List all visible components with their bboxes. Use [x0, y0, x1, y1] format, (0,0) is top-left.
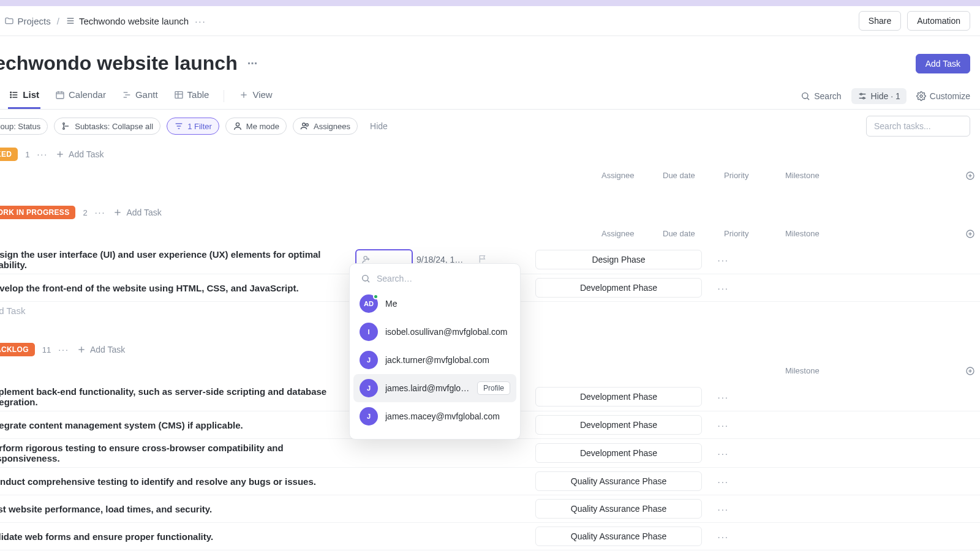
- milestone-cell[interactable]: Development Phase: [535, 387, 709, 407]
- task-row[interactable]: Test website performance, load times, an…: [0, 495, 980, 522]
- col-milestone[interactable]: Milestone: [782, 171, 956, 182]
- group-count: 2: [83, 208, 87, 217]
- breadcrumb-separator: /: [57, 16, 59, 26]
- tab-list[interactable]: List: [8, 83, 40, 109]
- profile-button[interactable]: Profile: [477, 381, 510, 395]
- task-title[interactable]: Implement back-end functionality, such a…: [0, 386, 352, 407]
- group-more-icon[interactable]: ···: [37, 149, 48, 159]
- inline-add-task[interactable]: Add Task: [0, 305, 352, 316]
- breadcrumb-current[interactable]: Techwondo website launch: [66, 16, 189, 26]
- milestone-pill[interactable]: Quality Assurance Phase: [535, 499, 702, 519]
- customize-tool[interactable]: Customize: [916, 91, 970, 101]
- assignee-option-me[interactable]: AD Me: [353, 290, 516, 318]
- tab-add-view[interactable]: View: [238, 83, 273, 109]
- milestone-cell[interactable]: Quality Assurance Phase: [535, 527, 709, 546]
- chip-filter[interactable]: 1 Filter: [167, 118, 219, 135]
- add-column-button[interactable]: [962, 229, 980, 241]
- group-add-task[interactable]: Add Task: [113, 208, 161, 217]
- task-title[interactable]: Perform rigorous testing to ensure cross…: [0, 443, 352, 463]
- row-more-icon[interactable]: ···: [709, 531, 734, 542]
- milestone-pill[interactable]: Development Phase: [535, 443, 702, 463]
- search-tasks-input[interactable]: [866, 116, 970, 137]
- task-title[interactable]: Develop the front-end of the website usi…: [0, 283, 352, 293]
- col-assignee[interactable]: Assignee: [598, 171, 659, 182]
- task-title[interactable]: Integrate content management system (CMS…: [0, 420, 352, 430]
- group-header-blocked: CKED 1 ··· Add Task: [0, 143, 980, 166]
- chip-group[interactable]: Group: Status: [0, 118, 48, 135]
- milestone-cell[interactable]: Development Phase: [535, 443, 709, 463]
- tab-calendar[interactable]: Calendar: [54, 83, 107, 109]
- column-headers: Milestone: [221, 361, 980, 383]
- milestone-pill[interactable]: Development Phase: [535, 415, 702, 435]
- milestone-pill[interactable]: Development Phase: [535, 278, 702, 298]
- group-count: 11: [42, 345, 51, 354]
- milestone-cell[interactable]: Quality Assurance Phase: [535, 471, 709, 491]
- breadcrumb-projects[interactable]: Projects: [4, 16, 51, 26]
- task-row[interactable]: Conduct comprehensive testing to identif…: [0, 467, 980, 495]
- milestone-cell[interactable]: Design Phase: [535, 250, 709, 269]
- col-priority[interactable]: Priority: [720, 229, 782, 241]
- task-row[interactable]: Validate web forms and ensure proper fun…: [0, 522, 980, 550]
- row-more-icon[interactable]: ···: [709, 283, 734, 293]
- status-badge[interactable]: CKED: [0, 148, 18, 161]
- col-due-date[interactable]: Due date: [659, 171, 720, 182]
- assignee-option[interactable]: Jjames.macey@mvfglobal.com: [353, 402, 516, 430]
- task-title[interactable]: Design the user interface (UI) and user …: [0, 249, 352, 270]
- row-more-icon[interactable]: ···: [709, 504, 734, 514]
- task-row[interactable]: Perform rigorous testing to ensure cross…: [0, 438, 980, 467]
- breadcrumb-more-icon[interactable]: ···: [195, 16, 206, 26]
- search-tool[interactable]: Search: [801, 91, 841, 101]
- add-column-button[interactable]: [962, 366, 980, 378]
- add-column-button[interactable]: [962, 171, 980, 182]
- milestone-cell[interactable]: Development Phase: [535, 278, 709, 298]
- add-task-button[interactable]: Add Task: [916, 54, 970, 73]
- milestone-cell[interactable]: Quality Assurance Phase: [535, 499, 709, 519]
- assignee-option[interactable]: Jjack.turner@mvfglobal.com: [353, 346, 516, 374]
- row-more-icon[interactable]: ···: [709, 255, 734, 265]
- page-title-more-icon[interactable]: ···: [247, 56, 258, 70]
- row-more-icon[interactable]: ···: [709, 448, 734, 459]
- plus-circle-icon: [965, 229, 975, 239]
- hide-tool[interactable]: Hide · 1: [851, 88, 907, 104]
- col-assignee[interactable]: Assignee: [598, 229, 659, 241]
- task-title[interactable]: Validate web forms and ensure proper fun…: [0, 531, 352, 542]
- plus-icon: [55, 149, 65, 159]
- svg-point-21: [802, 93, 808, 99]
- task-title[interactable]: Conduct comprehensive testing to identif…: [0, 476, 352, 487]
- status-badge[interactable]: BACKLOG: [0, 343, 35, 356]
- milestone-pill[interactable]: Development Phase: [535, 387, 702, 407]
- tab-table[interactable]: Table: [173, 83, 211, 109]
- col-due-date[interactable]: Due date: [659, 229, 720, 241]
- group-add-task[interactable]: Add Task: [77, 345, 125, 354]
- assignee-picker-popup[interactable]: AD Me Iisobel.osullivan@mvfglobal.comJja…: [349, 263, 521, 440]
- chip-subtasks[interactable]: Subtasks: Collapse all: [54, 118, 160, 135]
- milestone-cell[interactable]: Development Phase: [535, 415, 709, 435]
- assignee-option[interactable]: Iisobel.osullivan@mvfglobal.com: [353, 318, 516, 346]
- filters-hide-link[interactable]: Hide: [370, 121, 388, 131]
- avatar-initials: J: [367, 384, 371, 392]
- group-add-task-label: Add Task: [90, 345, 125, 354]
- task-title[interactable]: Test website performance, load times, an…: [0, 504, 352, 514]
- milestone-pill[interactable]: Design Phase: [535, 250, 702, 269]
- row-more-icon[interactable]: ···: [709, 476, 734, 487]
- group-add-task[interactable]: Add Task: [55, 149, 104, 159]
- automation-button[interactable]: Automation: [907, 11, 970, 31]
- avatar-initials: I: [368, 328, 369, 335]
- group-more-icon[interactable]: ···: [95, 208, 106, 217]
- row-more-icon[interactable]: ···: [709, 392, 734, 402]
- chip-assignees[interactable]: Assignees: [293, 118, 358, 135]
- col-milestone[interactable]: Milestone: [782, 366, 956, 378]
- assignee-option[interactable]: Jjames.laird@mvfgloba…Profile: [353, 374, 516, 402]
- status-badge[interactable]: WORK IN PROGRESS: [0, 206, 75, 219]
- share-button[interactable]: Share: [859, 11, 901, 31]
- tab-gantt-label: Gantt: [135, 89, 158, 100]
- group-more-icon[interactable]: ···: [58, 345, 69, 354]
- col-priority[interactable]: Priority: [720, 171, 782, 182]
- col-milestone[interactable]: Milestone: [782, 229, 956, 241]
- assignee-search-input[interactable]: [377, 274, 509, 283]
- milestone-pill[interactable]: Quality Assurance Phase: [535, 527, 702, 546]
- chip-me-mode[interactable]: Me mode: [225, 118, 287, 135]
- tab-gantt[interactable]: Gantt: [121, 83, 159, 109]
- row-more-icon[interactable]: ···: [709, 420, 734, 430]
- milestone-pill[interactable]: Quality Assurance Phase: [535, 471, 702, 491]
